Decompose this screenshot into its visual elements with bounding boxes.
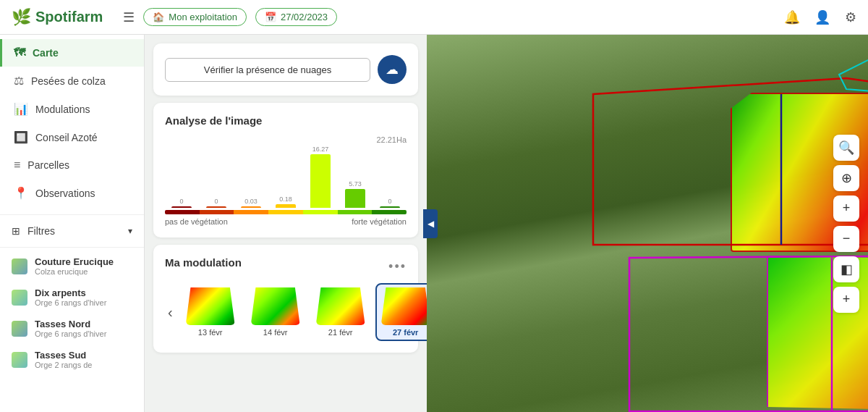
thumb-date-27: 27 févr bbox=[393, 328, 418, 337]
layers-button[interactable]: ◧ bbox=[833, 256, 859, 282]
settings-icon[interactable]: ⚙ bbox=[845, 9, 856, 25]
menu-icon[interactable]: ☰ bbox=[123, 9, 135, 25]
cloud-icon: ☁ bbox=[386, 62, 399, 77]
map-area[interactable]: 🔍 ⊕ + − ◧ + bbox=[427, 35, 868, 412]
field-item-tasses-nord[interactable]: Tasses Nord Orge 6 rangs d'hiver bbox=[0, 313, 144, 344]
pin-icon: 📍 bbox=[14, 186, 28, 200]
bar-rect-2 bbox=[206, 206, 226, 208]
modulation-title: Ma modulation bbox=[165, 256, 242, 269]
zoom-out-icon: − bbox=[843, 231, 851, 246]
bar-rect-6 bbox=[345, 189, 365, 208]
field-info-couture: Couture Erucique Colza erucique bbox=[35, 256, 114, 276]
x-label-left: pas de végétation bbox=[165, 217, 228, 226]
x-label-right: forte végétation bbox=[352, 217, 407, 226]
sidebar-item-label: Observations bbox=[35, 188, 95, 199]
map-icon: 🗺 bbox=[14, 46, 25, 59]
modulation-card-header: Ma modulation ••• bbox=[165, 256, 407, 277]
thumb-date-13: 13 févr bbox=[198, 328, 223, 337]
calendar-icon: 📅 bbox=[265, 12, 276, 22]
total-ha-label: 22.21Ha bbox=[376, 135, 407, 144]
heatmap-img-4 bbox=[381, 287, 427, 325]
thumb-14-fevr[interactable]: 14 févr bbox=[245, 283, 306, 341]
field-info-dix-arpents: Dix arpents Orge 6 rangs d'hiver bbox=[35, 287, 106, 307]
bar-rect-7 bbox=[380, 206, 400, 208]
thumb-21-fevr[interactable]: 21 févr bbox=[310, 283, 371, 341]
chart-icon: 📊 bbox=[14, 102, 28, 116]
sidebar-item-label: Conseil Azoté bbox=[35, 132, 98, 143]
sidebar-item-observations[interactable]: 📍 Observations bbox=[0, 179, 144, 207]
bar-3: 0.03 bbox=[234, 198, 268, 208]
chevron-down-icon: ▾ bbox=[128, 226, 132, 236]
thumb-27-fevr[interactable]: 27 févr bbox=[375, 283, 427, 341]
bar-rect-4 bbox=[276, 204, 296, 208]
chart-container: 22.21Ha 0 0 bbox=[165, 135, 407, 226]
color-strip bbox=[165, 210, 407, 214]
search-map-icon: 🔍 bbox=[838, 140, 854, 156]
bar-2: 0 bbox=[200, 198, 233, 208]
analysis-title: Analyse de l'image bbox=[165, 114, 407, 127]
farm-button[interactable]: 🏠 Mon exploitation bbox=[143, 8, 247, 26]
sidebar-nav: 🗺 Carte ⚖ Pesées de colza 📊 Modulations … bbox=[0, 35, 144, 211]
bar-rect-1 bbox=[171, 206, 192, 208]
sidebar-item-pesees[interactable]: ⚖ Pesées de colza bbox=[0, 67, 144, 95]
farm-icon: 🏠 bbox=[153, 12, 164, 22]
chart-x-labels: pas de végétation forte végétation bbox=[165, 217, 407, 226]
thumb-img-14 bbox=[251, 287, 300, 325]
bar-rect-5 bbox=[310, 154, 331, 208]
sidebar-item-label: Carte bbox=[33, 47, 59, 59]
modulation-card: Ma modulation ••• ‹ 13 févr bbox=[153, 245, 418, 353]
field-color-tasses-sud bbox=[12, 352, 27, 368]
location-icon: ⊕ bbox=[841, 170, 852, 186]
logo-leaf-icon: 🌿 bbox=[12, 8, 31, 27]
main-layout: 🗺 Carte ⚖ Pesées de colza 📊 Modulations … bbox=[0, 35, 868, 412]
arrow-icon: ◀ bbox=[427, 219, 434, 229]
analysis-card: Analyse de l'image 22.21Ha 0 0 bbox=[153, 103, 418, 237]
layers-icon: ◧ bbox=[841, 261, 853, 277]
map-controls: 🔍 ⊕ + − ◧ + bbox=[833, 135, 859, 313]
zoom-in-button[interactable]: + bbox=[833, 196, 859, 222]
sidebar-item-conseil[interactable]: 🔲 Conseil Azoté bbox=[0, 123, 144, 151]
add-layer-icon: + bbox=[843, 292, 851, 307]
user-icon[interactable]: 👤 bbox=[814, 9, 830, 25]
field-item-couture[interactable]: Couture Erucique Colza erucique bbox=[0, 251, 144, 282]
location-button[interactable]: ⊕ bbox=[833, 165, 859, 191]
field-color-dix-arpents bbox=[12, 290, 27, 306]
date-button[interactable]: 📅 27/02/2023 bbox=[255, 8, 337, 26]
prev-button[interactable]: ‹ bbox=[165, 301, 176, 324]
thumb-13-fevr[interactable]: 13 févr bbox=[180, 283, 241, 341]
sidebar-item-carte[interactable]: 🗺 Carte bbox=[0, 39, 144, 67]
thumbnail-row: ‹ 13 févr 14 févr bbox=[165, 283, 407, 341]
field-info-tasses-sud: Tasses Sud Orge 2 rangs de bbox=[35, 350, 93, 369]
bar-5: 16.27 bbox=[304, 146, 337, 208]
cloud-check-card: Vérifier la présence de nuages ☁ bbox=[153, 43, 418, 96]
cloud-check-content: Vérifier la présence de nuages ☁ bbox=[165, 55, 407, 84]
sidebar-item-label: Pesées de colza bbox=[31, 75, 106, 87]
cloud-btn-label: Vérifier la présence de nuages bbox=[204, 64, 331, 75]
side-panel: Vérifier la présence de nuages ☁ Analyse… bbox=[145, 35, 427, 412]
field-item-tasses-sud[interactable]: Tasses Sud Orge 2 rangs de bbox=[0, 344, 144, 375]
bell-icon[interactable]: 🔔 bbox=[784, 9, 800, 25]
field-color-tasses-nord bbox=[12, 321, 27, 337]
panel-toggle[interactable]: ◀ bbox=[423, 209, 438, 238]
grid-icon: ≡ bbox=[14, 159, 20, 172]
bar-1: 0 bbox=[165, 198, 198, 208]
field-color-couture bbox=[12, 258, 27, 274]
bar-rect-3 bbox=[241, 206, 261, 208]
field-item-dix-arpents[interactable]: Dix arpents Orge 6 rangs d'hiver bbox=[0, 282, 144, 313]
zoom-out-button[interactable]: − bbox=[833, 226, 859, 252]
sidebar-item-modulations[interactable]: 📊 Modulations bbox=[0, 95, 144, 123]
zoom-in-icon: + bbox=[843, 201, 851, 216]
cloud-icon-button[interactable]: ☁ bbox=[378, 55, 407, 84]
filters-toggle[interactable]: ⊞ Filtres ▾ bbox=[0, 218, 144, 244]
search-map-button[interactable]: 🔍 bbox=[833, 135, 859, 161]
add-layer-button[interactable]: + bbox=[833, 287, 859, 313]
sidebar-item-label: Modulations bbox=[35, 104, 90, 115]
thumb-date-21: 21 févr bbox=[328, 328, 353, 337]
nitrogen-icon: 🔲 bbox=[14, 130, 28, 144]
sidebar: 🗺 Carte ⚖ Pesées de colza 📊 Modulations … bbox=[0, 35, 145, 412]
bar-7: 0 bbox=[373, 198, 407, 208]
cloud-check-button[interactable]: Vérifier la présence de nuages bbox=[165, 58, 370, 82]
sidebar-item-parcelles[interactable]: ≡ Parcelles bbox=[0, 151, 144, 179]
more-button[interactable]: ••• bbox=[388, 259, 407, 274]
logo: 🌿 Spotifarm bbox=[12, 8, 103, 27]
